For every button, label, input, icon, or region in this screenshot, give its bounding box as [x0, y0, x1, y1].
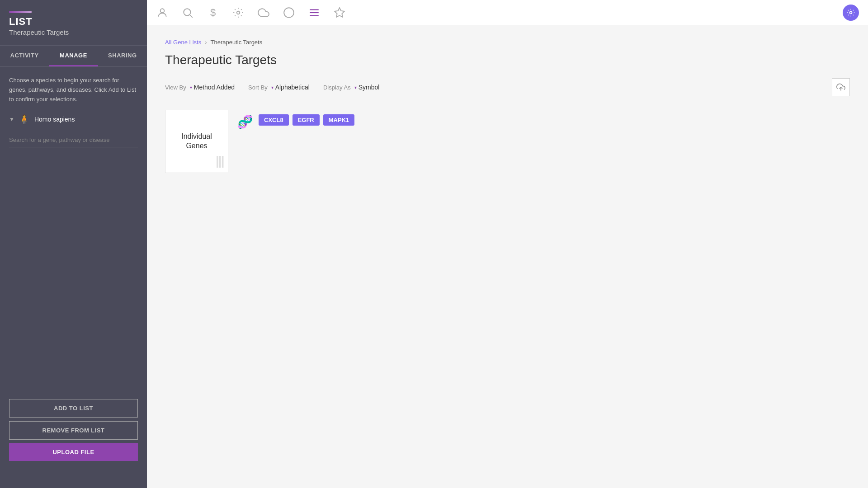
sort-by-group: Sort By ▾ Alphabetical — [248, 84, 310, 91]
cloud-icon[interactable] — [257, 6, 270, 19]
sort-by-value: Alphabetical — [275, 84, 310, 91]
display-as-dropdown[interactable]: ▾ Symbol — [354, 84, 380, 91]
gene-person-icon: 🧬 — [237, 114, 253, 129]
list-sublabel: Therapeutic Targets — [9, 28, 138, 36]
upload-button-top[interactable] — [832, 78, 850, 96]
display-as-value: Symbol — [359, 84, 380, 91]
page-title: Therapeutic Targets — [165, 53, 850, 67]
tab-activity[interactable]: ACTIVITY — [0, 46, 49, 66]
upload-file-button[interactable]: UPLOAD FILE — [9, 443, 138, 461]
sidebar-description: Choose a species to begin your search fo… — [9, 76, 138, 104]
gene-tag-egfr[interactable]: EGFR — [292, 114, 320, 126]
breadcrumb: All Gene Lists › Therapeutic Targets — [165, 39, 850, 46]
species-label: Homo sapiens — [34, 116, 75, 123]
remove-from-list-button[interactable]: REMOVE FROM LIST — [9, 421, 138, 440]
dollar-icon[interactable]: $ — [207, 6, 219, 19]
display-as-chevron-icon: ▾ — [354, 85, 357, 90]
sort-by-chevron-icon: ▾ — [271, 85, 274, 90]
view-by-group: View By ▾ Method Added — [165, 84, 235, 91]
breadcrumb-separator: › — [205, 39, 207, 46]
gene-list-area: IndividualGenes ||| 🧬 CXCL8 EGFR MAPK1 — [165, 110, 850, 173]
list-icon[interactable] — [308, 6, 321, 19]
add-to-list-button[interactable]: ADD TO LIST — [9, 399, 138, 418]
search-input[interactable] — [9, 133, 138, 147]
svg-point-1 — [184, 9, 190, 15]
display-as-label: Display As — [323, 84, 351, 91]
view-by-value: Method Added — [194, 84, 235, 91]
svg-point-0 — [160, 9, 165, 13]
gene-tags-area: 🧬 CXCL8 EGFR MAPK1 — [237, 110, 354, 129]
chevron-down-icon: ▼ — [9, 116, 14, 122]
svg-point-9 — [850, 11, 852, 14]
filter-bar: View By ▾ Method Added Sort By ▾ Alphabe… — [165, 78, 850, 96]
svg-line-2 — [190, 14, 193, 17]
sidebar: LIST Therapeutic Targets ACTIVITY MANAGE… — [0, 0, 147, 488]
chart-icon[interactable] — [283, 6, 295, 19]
gear-icon[interactable] — [232, 6, 245, 19]
svg-point-3 — [237, 11, 240, 14]
nav-icons: $ — [156, 6, 346, 19]
settings-avatar[interactable] — [843, 5, 859, 21]
svg-marker-8 — [335, 8, 344, 17]
individual-genes-card[interactable]: IndividualGenes ||| — [165, 110, 228, 173]
list-label: LIST — [9, 16, 138, 28]
breadcrumb-current: Therapeutic Targets — [211, 39, 263, 46]
breadcrumb-parent-link[interactable]: All Gene Lists — [165, 39, 201, 46]
star-icon[interactable] — [333, 6, 346, 19]
species-selector[interactable]: ▼ 🧍 Homo sapiens — [9, 113, 138, 126]
top-nav: $ — [147, 0, 868, 25]
display-as-group: Display As ▾ Symbol — [323, 84, 379, 91]
sort-by-label: Sort By — [248, 84, 268, 91]
species-icon: 🧍 — [18, 113, 31, 126]
search-container — [9, 133, 138, 147]
gene-tag-cxcl8[interactable]: CXCL8 — [259, 114, 289, 126]
dna-watermark-icon: ||| — [215, 154, 223, 168]
sort-by-dropdown[interactable]: ▾ Alphabetical — [271, 84, 310, 91]
gene-card-label: IndividualGenes — [181, 132, 212, 151]
tab-manage[interactable]: MANAGE — [49, 46, 98, 66]
view-by-chevron-icon: ▾ — [190, 85, 192, 90]
view-by-dropdown[interactable]: ▾ Method Added — [190, 84, 235, 91]
sidebar-buttons: ADD TO LIST REMOVE FROM LIST UPLOAD FILE — [9, 399, 138, 479]
tab-sharing[interactable]: SHARING — [98, 46, 147, 66]
sidebar-content: Choose a species to begin your search fo… — [0, 67, 147, 488]
sidebar-header: LIST Therapeutic Targets — [0, 0, 147, 46]
main-content: All Gene Lists › Therapeutic Targets The… — [147, 25, 868, 488]
person-icon[interactable] — [156, 6, 169, 19]
gene-tag-mapk1[interactable]: MAPK1 — [323, 114, 355, 126]
search-icon[interactable] — [181, 6, 194, 19]
sidebar-tabs: ACTIVITY MANAGE SHARING — [0, 46, 147, 67]
view-by-label: View By — [165, 84, 186, 91]
accent-bar — [9, 11, 32, 13]
